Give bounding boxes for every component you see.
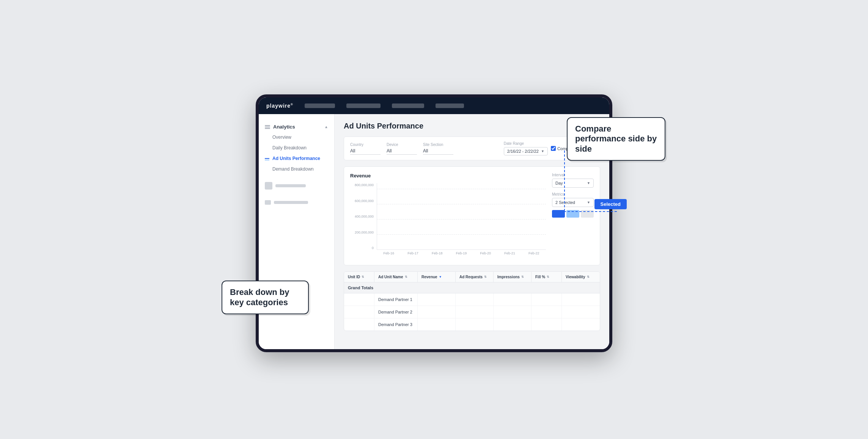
td-ad-requests-0 — [456, 293, 494, 306]
chart-section: Revenue 800,000,000 600,000,000 4 — [344, 166, 600, 265]
table-row-2: Demand Partner 3 — [344, 318, 600, 331]
td-viewability-1 — [562, 306, 600, 318]
th-ad-unit-name[interactable]: Ad Unit Name ⇅ — [374, 272, 418, 282]
date-range-box[interactable]: 2/16/22 - 2/22/22 ▼ — [504, 147, 548, 155]
sidebar-icon-1 — [265, 182, 272, 190]
td-ad-requests-1 — [456, 306, 494, 318]
td-revenue-1 — [418, 306, 456, 318]
callout-right-text: Compare performance side by side — [575, 124, 657, 154]
sidebar-text-2 — [274, 201, 308, 204]
y-label-4: 200,000,000 — [355, 230, 374, 234]
metrics-chevron-icon: ▼ — [587, 201, 590, 204]
x-label-4: Feb-20 — [473, 251, 498, 259]
td-ad-unit-name-0: Demand Partner 1 — [374, 293, 418, 306]
nav-link-3[interactable] — [392, 103, 424, 108]
device-frame: playwire® Analytics ▲ — [256, 94, 612, 352]
interval-value: Day — [555, 181, 563, 185]
date-range-filter[interactable]: Date Range 2/16/22 - 2/22/22 ▼ — [504, 141, 548, 155]
y-label-1: 800,000,000 — [355, 183, 374, 187]
bars-container — [377, 183, 546, 250]
th-ad-requests[interactable]: Ad Requests ⇅ — [456, 272, 494, 282]
interval-select[interactable]: Day ▼ — [552, 179, 594, 188]
td-fill-1 — [531, 306, 562, 318]
th-unit-id[interactable]: Unit ID ⇅ — [344, 272, 374, 282]
main-area: Analytics ▲ Overview Daily Breakdown Ad … — [259, 114, 609, 349]
sidebar-item-ad-units[interactable]: Ad Units Performance — [259, 153, 334, 164]
sidebar-item-daily-breakdown[interactable]: Daily Breakdown — [259, 143, 334, 153]
sidebar-item-demand-breakdown[interactable]: Demand Breakdown — [259, 164, 334, 174]
table-header: Unit ID ⇅ Ad Unit Name ⇅ Revenue ▼ Ad — [344, 272, 600, 282]
selected-badge: Selected — [594, 199, 627, 209]
chevron-down-icon: ▼ — [541, 149, 544, 153]
td-unit-id-2 — [344, 318, 374, 331]
y-axis: 800,000,000 600,000,000 400,000,000 200,… — [350, 183, 377, 250]
chevron-up-icon: ▲ — [324, 125, 328, 129]
x-axis: Feb-16 Feb-17 Feb-18 Feb-19 Feb-20 Feb-2… — [377, 251, 546, 259]
interval-control: Interval Day ▼ — [552, 173, 594, 188]
date-range-label: Date Range — [504, 141, 548, 146]
table-section: Unit ID ⇅ Ad Unit Name ⇅ Revenue ▼ Ad — [344, 271, 600, 331]
brand-logo: playwire® — [266, 103, 293, 109]
y-label-2: 600,000,000 — [355, 199, 374, 203]
nav-link-1[interactable] — [305, 103, 335, 108]
td-revenue-0 — [418, 293, 456, 306]
callout-left-text: Break down by key categories — [230, 287, 300, 307]
nav-link-2[interactable] — [346, 103, 381, 108]
device-label: Device — [387, 143, 417, 147]
th-fill[interactable]: Fill % ⇅ — [531, 272, 562, 282]
nav-link-4[interactable] — [436, 103, 464, 108]
metrics-value: 2 Selected — [555, 200, 575, 205]
filter-bar: Country All Device All Site Section All … — [344, 136, 600, 160]
td-impressions-1 — [494, 306, 531, 318]
th-revenue[interactable]: Revenue ▼ — [418, 272, 456, 282]
metrics-label: Metrics — [552, 192, 594, 196]
td-fill-0 — [531, 293, 562, 306]
table-row-0: Demand Partner 1 — [344, 293, 600, 306]
x-label-3: Feb-19 — [449, 251, 473, 259]
scene: playwire® Analytics ▲ — [225, 79, 643, 360]
country-value: All — [350, 148, 381, 155]
sidebar-text-1 — [275, 184, 306, 187]
sidebar-item-overview[interactable]: Overview — [259, 132, 334, 143]
grand-totals-row: Grand Totals — [344, 282, 600, 293]
metrics-control: Metrics 2 Selected ▼ — [552, 192, 594, 218]
sort-icon-fill: ⇅ — [547, 275, 549, 279]
th-impressions[interactable]: Impressions ⇅ — [494, 272, 531, 282]
grand-totals-label: Grand Totals — [344, 282, 600, 293]
td-unit-id-1 — [344, 306, 374, 318]
x-label-2: Feb-18 — [425, 251, 449, 259]
sidebar-placeholder-1 — [259, 177, 334, 194]
page-title: Ad Units Performance — [344, 122, 600, 130]
dashed-line-horizontal — [564, 211, 617, 212]
site-section-filter[interactable]: Site Section All — [423, 143, 453, 155]
site-section-label: Site Section — [423, 143, 453, 147]
td-impressions-2 — [494, 318, 531, 331]
callout-left: Break down by key categories — [222, 281, 309, 314]
td-fill-2 — [531, 318, 562, 331]
sidebar-placeholder-2 — [259, 196, 334, 209]
country-filter[interactable]: Country All — [350, 143, 381, 155]
compare-to-checkbox[interactable] — [551, 146, 556, 151]
top-nav: playwire® — [259, 97, 609, 114]
sidebar-section-label: Analytics — [273, 124, 295, 130]
x-label-5: Feb-21 — [498, 251, 522, 259]
table-row-1: Demand Partner 2 — [344, 306, 600, 318]
td-impressions-0 — [494, 293, 531, 306]
y-label-3: 400,000,000 — [355, 215, 374, 218]
chart-area: 800,000,000 600,000,000 400,000,000 200,… — [350, 183, 546, 259]
callout-right: Compare performance side by side — [567, 117, 665, 161]
chart-controls: Interval Day ▼ Metrics 2 Selected ▼ — [552, 173, 594, 259]
sort-icon-unit-id: ⇅ — [362, 275, 364, 279]
metric-box-dark — [552, 210, 565, 218]
td-ad-unit-name-1: Demand Partner 2 — [374, 306, 418, 318]
sidebar-analytics-section[interactable]: Analytics ▲ — [259, 122, 334, 132]
x-label-0: Feb-16 — [377, 251, 401, 259]
th-viewability[interactable]: Viewability ⇅ — [562, 272, 600, 282]
sidebar-icon-2 — [265, 200, 271, 205]
td-viewability-2 — [562, 318, 600, 331]
device-filter[interactable]: Device All — [387, 143, 417, 155]
x-label-6: Feb-22 — [522, 251, 546, 259]
metrics-select[interactable]: 2 Selected ▼ — [552, 198, 594, 207]
y-label-5: 0 — [372, 246, 374, 250]
sort-icon-viewability: ⇅ — [587, 275, 590, 279]
